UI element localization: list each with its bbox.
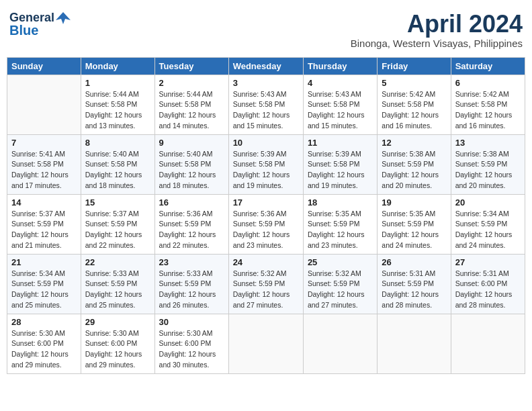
day-info: Sunrise: 5:42 AM Sunset: 5:58 PM Dayligh… bbox=[455, 89, 521, 132]
day-number: 4 bbox=[308, 78, 373, 88]
page-subtitle: Binonga, Western Visayas, Philippines bbox=[351, 38, 523, 49]
day-number: 26 bbox=[382, 257, 446, 267]
weekday-header-friday: Friday bbox=[378, 57, 451, 75]
calendar-header-row: SundayMondayTuesdayWednesdayThursdayFrid… bbox=[7, 57, 525, 75]
calendar-week-5: 28Sunrise: 5:30 AM Sunset: 6:00 PM Dayli… bbox=[7, 314, 525, 373]
calendar-table: SundayMondayTuesdayWednesdayThursdayFrid… bbox=[7, 57, 525, 374]
calendar-cell bbox=[303, 314, 377, 373]
calendar-cell: 28Sunrise: 5:30 AM Sunset: 6:00 PM Dayli… bbox=[7, 314, 81, 373]
day-info: Sunrise: 5:42 AM Sunset: 5:58 PM Dayligh… bbox=[382, 89, 446, 132]
day-number: 30 bbox=[159, 317, 224, 327]
day-info: Sunrise: 5:34 AM Sunset: 5:59 PM Dayligh… bbox=[455, 209, 521, 251]
calendar-week-1: 1Sunrise: 5:44 AM Sunset: 5:58 PM Daylig… bbox=[7, 75, 525, 134]
day-number: 16 bbox=[159, 197, 224, 208]
day-info: Sunrise: 5:41 AM Sunset: 5:58 PM Dayligh… bbox=[11, 149, 77, 191]
day-number: 11 bbox=[308, 138, 373, 148]
day-number: 3 bbox=[233, 78, 299, 88]
calendar-cell: 14Sunrise: 5:37 AM Sunset: 5:59 PM Dayli… bbox=[7, 194, 81, 254]
calendar-cell: 30Sunrise: 5:30 AM Sunset: 6:00 PM Dayli… bbox=[154, 314, 228, 373]
calendar-cell: 3Sunrise: 5:43 AM Sunset: 5:58 PM Daylig… bbox=[228, 75, 303, 134]
weekday-header-monday: Monday bbox=[81, 57, 154, 75]
day-info: Sunrise: 5:40 AM Sunset: 5:58 PM Dayligh… bbox=[85, 149, 150, 191]
day-info: Sunrise: 5:43 AM Sunset: 5:58 PM Dayligh… bbox=[308, 89, 373, 132]
day-number: 17 bbox=[233, 197, 299, 208]
calendar-cell: 20Sunrise: 5:34 AM Sunset: 5:59 PM Dayli… bbox=[451, 194, 525, 254]
calendar-cell: 7Sunrise: 5:41 AM Sunset: 5:58 PM Daylig… bbox=[7, 134, 81, 194]
weekday-header-saturday: Saturday bbox=[451, 57, 525, 75]
day-number: 15 bbox=[85, 197, 150, 208]
day-info: Sunrise: 5:44 AM Sunset: 5:58 PM Dayligh… bbox=[159, 89, 224, 132]
day-info: Sunrise: 5:38 AM Sunset: 5:59 PM Dayligh… bbox=[382, 149, 446, 191]
calendar-cell: 17Sunrise: 5:36 AM Sunset: 5:59 PM Dayli… bbox=[228, 194, 303, 254]
day-number: 19 bbox=[382, 197, 446, 208]
day-info: Sunrise: 5:40 AM Sunset: 5:58 PM Dayligh… bbox=[159, 149, 224, 191]
calendar-cell: 29Sunrise: 5:30 AM Sunset: 6:00 PM Dayli… bbox=[81, 314, 154, 373]
day-info: Sunrise: 5:34 AM Sunset: 5:59 PM Dayligh… bbox=[11, 269, 77, 311]
day-number: 23 bbox=[159, 257, 224, 267]
svg-marker-0 bbox=[56, 12, 71, 24]
day-info: Sunrise: 5:44 AM Sunset: 5:58 PM Dayligh… bbox=[85, 89, 150, 132]
calendar-cell: 1Sunrise: 5:44 AM Sunset: 5:58 PM Daylig… bbox=[81, 75, 154, 134]
day-number: 13 bbox=[455, 138, 521, 148]
calendar-cell: 8Sunrise: 5:40 AM Sunset: 5:58 PM Daylig… bbox=[81, 134, 154, 194]
calendar-cell: 19Sunrise: 5:35 AM Sunset: 5:59 PM Dayli… bbox=[378, 194, 451, 254]
calendar-cell: 27Sunrise: 5:31 AM Sunset: 6:00 PM Dayli… bbox=[451, 254, 525, 314]
calendar-cell: 21Sunrise: 5:34 AM Sunset: 5:59 PM Dayli… bbox=[7, 254, 81, 314]
day-number: 6 bbox=[455, 78, 521, 88]
day-info: Sunrise: 5:36 AM Sunset: 5:59 PM Dayligh… bbox=[159, 209, 224, 251]
calendar-cell: 12Sunrise: 5:38 AM Sunset: 5:59 PM Dayli… bbox=[378, 134, 451, 194]
day-info: Sunrise: 5:39 AM Sunset: 5:58 PM Dayligh… bbox=[308, 149, 373, 191]
calendar-cell: 26Sunrise: 5:31 AM Sunset: 5:59 PM Dayli… bbox=[378, 254, 451, 314]
day-number: 20 bbox=[455, 197, 521, 208]
calendar-cell: 9Sunrise: 5:40 AM Sunset: 5:58 PM Daylig… bbox=[154, 134, 228, 194]
calendar-cell: 13Sunrise: 5:38 AM Sunset: 5:59 PM Dayli… bbox=[451, 134, 525, 194]
day-number: 7 bbox=[11, 138, 77, 148]
day-number: 29 bbox=[85, 317, 150, 327]
calendar-cell bbox=[7, 75, 81, 134]
logo-text-blue: Blue bbox=[9, 23, 38, 38]
calendar-week-4: 21Sunrise: 5:34 AM Sunset: 5:59 PM Dayli… bbox=[7, 254, 525, 314]
calendar-cell: 2Sunrise: 5:44 AM Sunset: 5:58 PM Daylig… bbox=[154, 75, 228, 134]
day-number: 5 bbox=[382, 78, 446, 88]
calendar-cell bbox=[228, 314, 303, 373]
day-number: 14 bbox=[11, 197, 77, 208]
day-info: Sunrise: 5:38 AM Sunset: 5:59 PM Dayligh… bbox=[455, 149, 521, 191]
day-info: Sunrise: 5:43 AM Sunset: 5:58 PM Dayligh… bbox=[233, 89, 299, 132]
logo: General Blue bbox=[9, 11, 71, 38]
day-info: Sunrise: 5:33 AM Sunset: 5:59 PM Dayligh… bbox=[159, 269, 224, 311]
calendar-cell: 5Sunrise: 5:42 AM Sunset: 5:58 PM Daylig… bbox=[378, 75, 451, 134]
day-info: Sunrise: 5:32 AM Sunset: 5:59 PM Dayligh… bbox=[308, 269, 373, 311]
day-info: Sunrise: 5:30 AM Sunset: 6:00 PM Dayligh… bbox=[85, 328, 150, 371]
calendar-cell: 24Sunrise: 5:32 AM Sunset: 5:59 PM Dayli… bbox=[228, 254, 303, 314]
day-info: Sunrise: 5:30 AM Sunset: 6:00 PM Dayligh… bbox=[11, 328, 77, 371]
calendar-cell: 23Sunrise: 5:33 AM Sunset: 5:59 PM Dayli… bbox=[154, 254, 228, 314]
calendar-cell: 25Sunrise: 5:32 AM Sunset: 5:59 PM Dayli… bbox=[303, 254, 377, 314]
weekday-header-thursday: Thursday bbox=[303, 57, 377, 75]
day-info: Sunrise: 5:32 AM Sunset: 5:59 PM Dayligh… bbox=[233, 269, 299, 311]
calendar-cell: 18Sunrise: 5:35 AM Sunset: 5:59 PM Dayli… bbox=[303, 194, 377, 254]
day-info: Sunrise: 5:35 AM Sunset: 5:59 PM Dayligh… bbox=[382, 209, 446, 251]
day-info: Sunrise: 5:31 AM Sunset: 6:00 PM Dayligh… bbox=[455, 269, 521, 311]
day-info: Sunrise: 5:35 AM Sunset: 5:59 PM Dayligh… bbox=[308, 209, 373, 251]
calendar-cell bbox=[451, 314, 525, 373]
logo-bird-icon bbox=[56, 11, 71, 26]
day-number: 18 bbox=[308, 197, 373, 208]
day-info: Sunrise: 5:30 AM Sunset: 6:00 PM Dayligh… bbox=[159, 328, 224, 371]
calendar-cell: 6Sunrise: 5:42 AM Sunset: 5:58 PM Daylig… bbox=[451, 75, 525, 134]
day-number: 27 bbox=[455, 257, 521, 267]
day-info: Sunrise: 5:36 AM Sunset: 5:59 PM Dayligh… bbox=[233, 209, 299, 251]
weekday-header-tuesday: Tuesday bbox=[154, 57, 228, 75]
weekday-header-wednesday: Wednesday bbox=[228, 57, 303, 75]
calendar-cell: 15Sunrise: 5:37 AM Sunset: 5:59 PM Dayli… bbox=[81, 194, 154, 254]
day-info: Sunrise: 5:39 AM Sunset: 5:58 PM Dayligh… bbox=[233, 149, 299, 191]
day-info: Sunrise: 5:33 AM Sunset: 5:59 PM Dayligh… bbox=[85, 269, 150, 311]
day-number: 10 bbox=[233, 138, 299, 148]
day-info: Sunrise: 5:37 AM Sunset: 5:59 PM Dayligh… bbox=[85, 209, 150, 251]
day-number: 22 bbox=[85, 257, 150, 267]
day-number: 2 bbox=[159, 78, 224, 88]
day-number: 1 bbox=[85, 78, 150, 88]
calendar-cell: 10Sunrise: 5:39 AM Sunset: 5:58 PM Dayli… bbox=[228, 134, 303, 194]
calendar-cell bbox=[378, 314, 451, 373]
title-block: April 2024 Binonga, Western Visayas, Phi… bbox=[351, 11, 523, 49]
page-header: General Blue April 2024 Binonga, Western… bbox=[7, 7, 525, 53]
